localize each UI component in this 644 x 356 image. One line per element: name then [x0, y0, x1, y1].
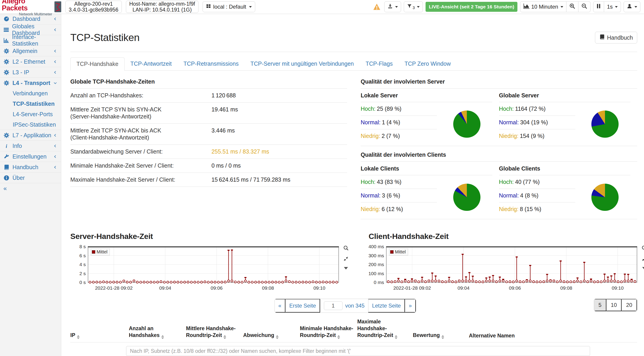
area-chart-icon — [523, 3, 530, 10]
tab-tcp-zero-window[interactable]: TCP Zero Window — [398, 57, 457, 71]
column-header-maximale-handshake-roundtrip-zeit[interactable]: Maximale Handshake-Roundtrip-Zeit — [357, 318, 413, 339]
sidebar-item-ipsec-statistiken[interactable]: IPSec-Statistiken — [0, 119, 61, 130]
pause-button[interactable] — [593, 1, 604, 12]
sidebar-item-l7-applikation[interactable]: L7 - Applikation — [0, 130, 61, 140]
gear-icon — [4, 69, 10, 75]
sidebar-item-l2-ethernet[interactable]: L2 - Ethernet — [0, 56, 61, 67]
quality-label: Hoch: — [361, 106, 376, 112]
sidebar-item-tcp-statistiken[interactable]: TCP-Statistiken — [0, 99, 61, 109]
refresh-rate-button[interactable]: 1s — [604, 1, 621, 12]
chart-zoom-icon[interactable] — [642, 245, 644, 252]
column-header-abweichung[interactable]: Abweichung — [243, 332, 300, 339]
filter-button[interactable]: 3 — [404, 1, 423, 12]
tab-tcp-retransmissions[interactable]: TCP-Retransmissions — [178, 57, 244, 71]
title-divider — [70, 52, 637, 52]
interface-select[interactable]: local : Default — [202, 1, 255, 12]
sidebar-item-einstellungen[interactable]: Einstellungen — [0, 151, 61, 162]
sidebar-item-label: Interface-Statistiken — [12, 34, 58, 47]
stat-row: Anzahl an TCP-Handshakes: 1 120 688 — [70, 89, 347, 103]
sidebar-item-verbindungen[interactable]: Verbindungen — [0, 88, 61, 99]
topbar-actions: 3 LIVE-Ansicht (seit 2 Tage 16 Stunden) … — [373, 1, 644, 12]
sidebar-item-handbuch[interactable]: Handbuch — [0, 162, 61, 172]
download-button[interactable] — [384, 1, 401, 12]
book-icon — [4, 164, 10, 170]
chart-plot[interactable]: 0 ms100 ms200 ms300 ms400 ms2022-01-28 0… — [368, 244, 639, 293]
sidebar-item-l4-server-ports[interactable]: L4-Server-Ports — [0, 109, 61, 119]
quality-value: 1 (4 %) — [382, 119, 400, 126]
chart-menu-icon[interactable] — [344, 267, 348, 269]
sidebar-item-globales-dashboard[interactable]: Globales Dashboard — [0, 24, 61, 35]
chart-menu-icon[interactable] — [642, 267, 644, 269]
chart-zoom-icon[interactable] — [343, 245, 349, 252]
column-header-anzahl-an-handshakes[interactable]: Anzahl an Handshakes — [129, 325, 186, 339]
chart-collapse-icon[interactable] — [642, 256, 644, 263]
chart-title: Server-Handshake-Zeit — [70, 232, 349, 241]
svg-text:4 s: 4 s — [80, 262, 86, 267]
stat-row: Mittlere Zeit TCP SYN bis SYN-ACK(Server… — [70, 103, 347, 124]
column-header-minimale-handshake-roundtrip-zeit[interactable]: Minimale Handshake-Roundtrip-Zeit — [300, 325, 357, 339]
quality-label: Niedrig: — [499, 206, 518, 212]
warning-icon[interactable] — [373, 3, 381, 10]
page-size-5[interactable]: 5 — [594, 299, 606, 311]
sidebar-item-interface-statistiken[interactable]: Interface-Statistiken — [0, 35, 61, 45]
time-range-button[interactable]: 10 Minuten — [520, 1, 566, 12]
lan-ip: LAN-IP: 10.54.0.191 (1G) — [129, 7, 195, 13]
zoom-out-button[interactable] — [578, 1, 590, 12]
app-root: Allegro Packets Network Multimeter Alleg… — [0, 0, 644, 356]
stat-label: Minimale Handshake-Zeit Server / Client: — [70, 162, 212, 169]
tab-tcp-server-mit-ungültigen-verbindungen[interactable]: TCP-Server mit ungültigen Verbindungen — [244, 57, 360, 71]
user-menu-button[interactable] — [624, 1, 640, 12]
prev-page-button[interactable]: « — [275, 299, 285, 313]
chart-toolbar — [343, 244, 349, 293]
svg-text:6 s: 6 s — [80, 253, 86, 258]
last-page-button[interactable]: Letzte Seite — [368, 299, 405, 313]
column-header-bewertung[interactable]: Bewertung — [413, 332, 469, 339]
page-input[interactable] — [324, 301, 342, 310]
section-title: Qualität der involvierten Server — [361, 77, 637, 89]
quality-row: Niedrig:154 (9 %) — [499, 129, 575, 143]
page-size-20[interactable]: 20 — [622, 299, 637, 311]
caret-down-icon — [560, 6, 563, 8]
svg-text:100 ms: 100 ms — [368, 271, 384, 276]
stat-label: Mittlere Zeit TCP SYN bis SYN-ACK(Server… — [70, 106, 212, 120]
column-header-mittlere-handshake-roundtrip-zeit[interactable]: Mittlere Handshake-Roundtrip-Zeit — [186, 325, 243, 339]
pause-icon — [596, 3, 601, 10]
stat-row: Maximale Handshake-Zeit Server / Client:… — [70, 173, 347, 187]
tab-tcp-handshake[interactable]: TCP-Handshake — [70, 57, 124, 71]
chart-plot[interactable]: 0 s2 s4 s6 s8 s2022-01-28 09:0209:0409:0… — [70, 244, 340, 293]
manual-button[interactable]: Handbuch — [595, 32, 637, 43]
chart-collapse-icon[interactable] — [343, 256, 349, 263]
quality-label: Niedrig: — [361, 133, 380, 139]
page-indicator: von 345 — [320, 299, 368, 313]
column-header-ip[interactable]: IP — [70, 332, 129, 339]
panel-title: Globale Clients — [499, 162, 630, 175]
sidebar-item-allgemein[interactable]: Allgemein — [0, 45, 61, 56]
quality-value: 3 (6 %) — [382, 192, 400, 199]
tab-tcp-antwortzeit[interactable]: TCP-Antwortzeit — [124, 57, 178, 71]
sidebar-item-über[interactable]: Über — [0, 172, 61, 183]
sidebar-item-label: Info — [12, 143, 22, 149]
sort-icon — [337, 335, 340, 339]
time-range-value: 10 Minuten — [531, 4, 558, 10]
quality-row: Hoch:1164 (72 %) — [499, 102, 575, 116]
svg-text:8 s: 8 s — [80, 244, 86, 249]
chevron-left-icon — [53, 133, 58, 138]
chevron-left-icon — [53, 60, 58, 64]
brand[interactable]: Allegro Packets Network Multimeter — [2, 0, 52, 16]
quality-value: 40 (77 %) — [515, 179, 540, 185]
svg-text:i: i — [6, 143, 7, 149]
caret-down-icon — [615, 6, 618, 8]
next-page-button[interactable]: » — [405, 299, 416, 313]
sidebar-collapse-button[interactable]: « — [0, 183, 61, 194]
device-model: Allegro-200-rev1 — [69, 1, 118, 7]
page-size-10[interactable]: 10 — [606, 299, 622, 311]
search-input[interactable] — [126, 346, 590, 356]
first-page-button[interactable]: Erste Seite — [285, 299, 320, 313]
interface-stats-icon — [4, 37, 9, 43]
sidebar-item-l4-transport[interactable]: L4 - Transport — [0, 77, 61, 88]
zoom-in-button[interactable] — [566, 1, 578, 12]
sidebar-item-info[interactable]: iInfo — [0, 140, 61, 151]
svg-text:09:06: 09:06 — [211, 285, 223, 291]
sidebar-item-l3-ip[interactable]: L3 - IP — [0, 67, 61, 77]
tab-tcp-flags[interactable]: TCP-Flags — [360, 57, 398, 71]
